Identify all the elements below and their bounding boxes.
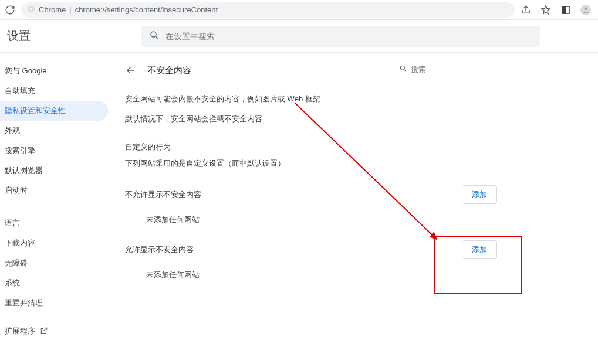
- sidebar-item-appearance[interactable]: 外观: [0, 121, 108, 141]
- url-source-label: Chrome: [39, 5, 66, 14]
- url-bar[interactable]: Chrome | chrome://settings/content/insec…: [21, 2, 515, 18]
- settings-title: 设置: [7, 28, 141, 44]
- custom-behavior-title: 自定义的行为: [125, 142, 501, 152]
- svg-point-5: [151, 32, 156, 37]
- sidebar-item-label: 无障碍: [5, 258, 28, 268]
- settings-sidebar: 您与 Google 自动填充 隐私设置和安全性 外观 搜索引擎 默认浏览器 启动…: [0, 53, 112, 364]
- sidebar-item-on-startup[interactable]: 启动时: [0, 181, 108, 200]
- external-link-icon: [40, 326, 48, 336]
- sidebar-item-label: 外观: [5, 125, 20, 136]
- sidebar-item-reset-cleanup[interactable]: 重置并清理: [0, 293, 108, 313]
- profile-avatar-icon[interactable]: [580, 5, 591, 15]
- add-block-site-button[interactable]: 添加: [462, 185, 497, 204]
- sidebar-item-accessibility[interactable]: 无障碍: [0, 253, 108, 273]
- sidebar-item-label: 启动时: [5, 185, 28, 196]
- content-search-input[interactable]: [411, 65, 509, 74]
- sidebar-item-label: 系统: [5, 278, 20, 288]
- sidebar-item-extensions[interactable]: 扩展程序: [0, 321, 112, 342]
- sidebar-item-label: 下载内容: [5, 238, 35, 249]
- sidebar-item-label: 重置并清理: [5, 298, 43, 308]
- description-line-2: 默认情况下，安全网站会拦截不安全内容: [125, 114, 501, 124]
- back-arrow-icon[interactable]: [125, 64, 137, 76]
- sidebar-item-label: 语言: [5, 218, 20, 229]
- svg-point-6: [400, 66, 404, 70]
- settings-search-input[interactable]: [165, 32, 532, 41]
- svg-point-1: [30, 8, 33, 11]
- description-line-1: 安全网站可能会内嵌不安全的内容，例如图片或 Web 框架: [125, 94, 501, 104]
- settings-header: 设置: [0, 20, 598, 53]
- panel-icon[interactable]: [560, 5, 571, 15]
- page-title: 不安全内容: [147, 65, 387, 76]
- search-icon: [399, 64, 407, 74]
- reload-icon[interactable]: [5, 5, 15, 15]
- block-insecure-row: 不允许显示不安全内容 添加: [125, 185, 501, 204]
- sidebar-item-system[interactable]: 系统: [0, 273, 108, 293]
- sidebar-item-autofill[interactable]: 自动填充: [0, 81, 108, 101]
- sidebar-item-you-and-google[interactable]: 您与 Google: [0, 61, 108, 81]
- sidebar-item-label: 默认浏览器: [5, 165, 43, 176]
- sidebar-item-label: 您与 Google: [5, 66, 47, 76]
- allow-empty-note: 未添加任何网站: [125, 259, 501, 287]
- settings-content: 不安全内容 安全网站可能会内嵌不安全的内容，例如图片或 Web 框架 默认情况下…: [112, 53, 598, 364]
- content-search[interactable]: [398, 63, 501, 77]
- sidebar-item-privacy-security[interactable]: 隐私设置和安全性: [0, 101, 108, 121]
- chrome-logo-icon: [27, 5, 35, 15]
- share-icon[interactable]: [521, 5, 531, 15]
- sidebar-item-default-browser[interactable]: 默认浏览器: [0, 161, 108, 181]
- block-empty-note: 未添加任何网站: [125, 204, 501, 232]
- browser-toolbar-icons: [521, 5, 593, 15]
- browser-omnibox-row: Chrome | chrome://settings/content/insec…: [0, 0, 598, 20]
- url-divider: |: [69, 5, 71, 14]
- allow-insecure-row: 允许显示不安全内容 添加: [125, 240, 501, 259]
- sidebar-item-downloads[interactable]: 下载内容: [0, 233, 108, 253]
- sidebar-item-label: 自动填充: [5, 86, 35, 96]
- svg-rect-3: [562, 6, 565, 13]
- search-icon: [149, 30, 160, 42]
- block-insecure-label: 不允许显示不安全内容: [125, 189, 201, 200]
- sidebar-item-label: 扩展程序: [5, 326, 35, 336]
- sidebar-item-label: 隐私设置和安全性: [5, 106, 66, 116]
- settings-search[interactable]: [141, 26, 540, 47]
- custom-behavior-subtitle: 下列网站采用的是自定义设置（而非默认设置）: [125, 158, 501, 169]
- sidebar-item-search-engine[interactable]: 搜索引擎: [0, 141, 108, 161]
- url-path: chrome://settings/content/insecureConten…: [75, 5, 218, 14]
- bookmark-star-icon[interactable]: [540, 5, 551, 15]
- add-allow-site-button[interactable]: 添加: [462, 240, 497, 259]
- svg-point-4: [585, 7, 587, 10]
- allow-insecure-label: 允许显示不安全内容: [125, 244, 194, 255]
- sidebar-item-label: 搜索引擎: [5, 145, 35, 156]
- sidebar-item-languages[interactable]: 语言: [0, 213, 108, 233]
